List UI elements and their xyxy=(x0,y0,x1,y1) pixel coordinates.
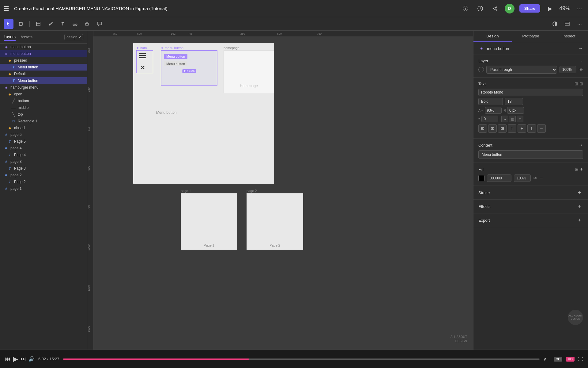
volume-btn[interactable]: 🔊 xyxy=(28,356,35,362)
layer-item-top[interactable]: ╲ top xyxy=(0,111,87,118)
tab-prototype[interactable]: Prototype xyxy=(512,31,550,42)
font-name-input[interactable] xyxy=(478,89,583,96)
stroke-add-btn[interactable]: + xyxy=(576,189,583,196)
layer-item-rectangle[interactable]: □ Rectangle 1 xyxy=(0,118,87,125)
layer-item-page2[interactable]: # page 2 xyxy=(0,172,87,178)
fill-options-icon[interactable]: ⊞ xyxy=(575,167,579,172)
valign-top-btn[interactable] xyxy=(508,124,516,133)
text-more-icon[interactable]: ⊞ xyxy=(579,81,583,86)
layer-item-menu-button-2[interactable]: ◈ menu button xyxy=(0,50,87,57)
align-center-btn[interactable] xyxy=(488,124,497,133)
text-width-fixed[interactable]: ▥ xyxy=(509,116,516,122)
skip-forward-btn[interactable]: ⏭ xyxy=(21,356,26,362)
layers-tab[interactable]: Layers xyxy=(4,33,16,41)
clock-icon[interactable] xyxy=(475,4,485,13)
component-tool[interactable] xyxy=(70,19,80,29)
tab-design[interactable]: Design xyxy=(473,31,512,42)
layer-nav-icon[interactable]: → xyxy=(579,59,583,63)
letter-spacing-input[interactable] xyxy=(507,107,524,114)
page1-area[interactable]: Page 1 xyxy=(181,193,237,250)
valign-center-btn[interactable] xyxy=(518,124,526,133)
share-icon[interactable] xyxy=(490,4,500,13)
layer-item-menu-button-text-1[interactable]: T Menu button xyxy=(0,64,87,71)
fullscreen-btn[interactable]: ⛶ xyxy=(578,356,583,362)
multiplayer-icon[interactable] xyxy=(562,19,572,29)
zoom-level[interactable]: 49% xyxy=(560,4,570,13)
canvas-content[interactable]: ❖ ham... ✕ ❖ menu b xyxy=(93,37,473,350)
more-icon[interactable]: ⋯ xyxy=(575,4,584,13)
pen-tool[interactable] xyxy=(46,19,55,29)
cc-button[interactable]: CC xyxy=(554,357,562,362)
contrast-toggle[interactable] xyxy=(550,19,560,29)
fill-remove-btn[interactable]: − xyxy=(540,175,543,181)
info-icon[interactable]: ⓘ xyxy=(461,4,470,13)
layer-item-menu-button-1[interactable]: ◈ menu button xyxy=(0,44,87,50)
text-width-fill[interactable]: □ xyxy=(517,116,523,122)
layer-item-closed[interactable]: ◆ closed xyxy=(0,125,87,131)
layer-item-menu-button-text-2[interactable]: T Menu button xyxy=(0,77,87,84)
hand-tool[interactable] xyxy=(82,19,92,29)
font-size-input[interactable] xyxy=(505,98,523,105)
align-right-btn[interactable] xyxy=(498,124,507,133)
homepage-frame[interactable]: Homepage xyxy=(224,50,274,93)
fill-color-swatch[interactable] xyxy=(478,175,484,181)
share-button[interactable]: Share xyxy=(519,4,540,13)
layer-item-page5-text[interactable]: T Page 5 xyxy=(0,138,87,145)
fill-opacity-input[interactable] xyxy=(514,174,531,182)
menu-icon[interactable]: ☰ xyxy=(4,5,9,12)
video-progress-bar[interactable] xyxy=(63,358,540,360)
skip-back-btn[interactable]: ⏮ xyxy=(5,356,10,362)
layer-item-page5[interactable]: # page 5 xyxy=(0,131,87,138)
layer-item-default[interactable]: ◆ Default xyxy=(0,71,87,77)
layer-item-middle[interactable]: — middle xyxy=(0,104,87,111)
text-options-icon[interactable]: ⊞ xyxy=(575,81,578,86)
frame-tool[interactable] xyxy=(16,19,26,29)
fill-add-btn[interactable]: + xyxy=(580,167,583,172)
export-add-btn[interactable]: + xyxy=(576,217,583,224)
layer-item-page3-text[interactable]: T Page 3 xyxy=(0,165,87,172)
tracking-input[interactable] xyxy=(485,107,502,114)
content-input[interactable] xyxy=(478,150,583,159)
menu-button-label-top[interactable]: Menu button xyxy=(164,54,187,59)
avatar[interactable]: D xyxy=(505,4,514,13)
layer-item-page1[interactable]: # page 1 xyxy=(0,185,87,192)
layer-item-page2-text[interactable]: T Page 2 xyxy=(0,178,87,185)
indent-input[interactable] xyxy=(481,116,498,122)
effects-add-btn[interactable]: + xyxy=(576,203,583,210)
layer-item-page4-text[interactable]: T Page 4 xyxy=(0,151,87,158)
page2-area[interactable]: Page 2 xyxy=(247,193,303,250)
comment-tool[interactable] xyxy=(95,19,104,29)
content-nav-icon[interactable]: → xyxy=(578,142,583,148)
canvas-area[interactable]: -750 -500 -162 -43 250 500 750 232 249 3… xyxy=(87,31,473,350)
text-width-auto[interactable]: ↔ xyxy=(501,116,508,122)
fill-visibility-toggle[interactable]: 👁 xyxy=(533,176,537,181)
visibility-toggle[interactable]: 👁 xyxy=(579,67,583,72)
layer-item-bottom[interactable]: ╱ bottom xyxy=(0,98,87,104)
layer-item-pressed[interactable]: ◆ pressed xyxy=(0,57,87,64)
present-icon[interactable]: ▶ xyxy=(545,4,555,13)
hd-button[interactable]: HD xyxy=(566,357,575,362)
menu-button-label-bottom[interactable]: Menu button xyxy=(164,61,187,66)
layer-item-page3[interactable]: # page 3 xyxy=(0,158,87,165)
canvas-workspace[interactable]: ❖ ham... ✕ ❖ menu b xyxy=(133,43,274,184)
text-tool[interactable]: T xyxy=(58,19,68,29)
layer-item-open[interactable]: ◆ open xyxy=(0,91,87,98)
move-tool[interactable] xyxy=(4,19,13,29)
more-tools[interactable]: ⋯ xyxy=(575,19,584,29)
align-left-btn[interactable] xyxy=(478,124,487,133)
assets-tab[interactable]: Assets xyxy=(21,33,32,40)
text-more-options-btn[interactable]: ··· xyxy=(537,124,546,133)
fill-hex-input[interactable] xyxy=(487,174,511,182)
blend-mode-select[interactable]: Pass through xyxy=(486,66,557,74)
font-weight-input[interactable] xyxy=(478,98,503,105)
layer-item-page4[interactable]: # page 4 xyxy=(0,145,87,151)
tab-inspect[interactable]: Inspect xyxy=(550,31,588,42)
design-badge[interactable]: design ∨ xyxy=(64,34,83,40)
select-tool[interactable] xyxy=(33,19,43,29)
description-toggle[interactable]: ∨ xyxy=(543,357,546,362)
play-btn[interactable]: ▶ xyxy=(13,355,18,363)
opacity-input[interactable] xyxy=(560,66,576,73)
navigate-icon[interactable]: → xyxy=(578,46,583,51)
valign-bottom-btn[interactable] xyxy=(527,124,536,133)
layer-item-hamburger-menu[interactable]: ◈ hamburger menu xyxy=(0,84,87,91)
